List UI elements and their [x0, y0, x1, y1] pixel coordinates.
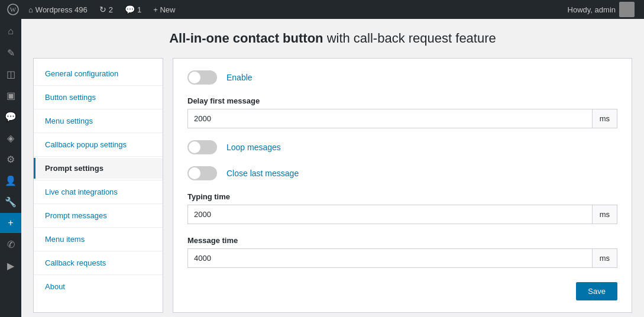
comments-link[interactable]: 💬 1: [120, 0, 146, 19]
wp-logo[interactable]: W: [5, 0, 21, 19]
typing-time-unit: ms: [592, 205, 617, 224]
updates-icon: ↻: [99, 5, 106, 14]
sidebar-item-tools[interactable]: ⚙: [0, 149, 21, 169]
loop-messages-row: Loop mesages: [187, 140, 617, 154]
nav-divider-4: [34, 156, 163, 157]
nav-divider-7: [34, 227, 163, 228]
sidebar-item-phone[interactable]: ✆: [0, 234, 21, 254]
nav-button-settings[interactable]: Button settings: [34, 87, 163, 108]
nav-divider-2: [34, 109, 163, 109]
typing-time-group: Typing time ms: [187, 192, 617, 224]
new-content-link[interactable]: + New: [148, 0, 180, 19]
enable-row: Enable: [187, 70, 617, 85]
sidebar-item-media[interactable]: ◫: [0, 64, 21, 84]
enable-toggle-knob: [189, 72, 200, 83]
close-last-message-toggle[interactable]: [187, 166, 217, 180]
sidebar-item-pages[interactable]: ▣: [0, 85, 21, 105]
message-time-input-row: ms: [187, 248, 617, 268]
loop-messages-label: Loop mesages: [226, 143, 281, 152]
svg-text:W: W: [10, 6, 17, 13]
delay-first-message-input[interactable]: [188, 109, 592, 128]
delay-first-message-label: Delay first message: [187, 96, 617, 105]
typing-time-input[interactable]: [188, 205, 592, 224]
delay-first-message-group: Delay first message ms: [187, 96, 617, 128]
user-avatar: [619, 2, 635, 17]
enable-toggle[interactable]: [187, 70, 217, 85]
page-title: All-in-one contact button with call-back…: [33, 31, 632, 46]
nav-callback-requests[interactable]: Callback requests: [34, 253, 163, 273]
main-content: All-in-one contact button with call-back…: [21, 19, 644, 317]
plugin-nav: General configuration Button settings Me…: [33, 58, 163, 313]
loop-messages-toggle-knob: [189, 141, 200, 153]
sidebar-item-settings[interactable]: 🔧: [0, 192, 21, 212]
save-button[interactable]: Save: [576, 282, 617, 300]
nav-about[interactable]: About: [34, 276, 163, 297]
message-time-group: Message time ms: [187, 236, 617, 268]
message-time-unit: ms: [592, 249, 617, 267]
save-row: Save: [187, 282, 617, 300]
nav-divider-1: [34, 85, 163, 86]
sidebar-item-comments[interactable]: 💬: [0, 106, 21, 127]
sidebar-item-users[interactable]: 👤: [0, 170, 21, 190]
sidebar-item-appearance[interactable]: ◈: [0, 128, 21, 148]
site-name-link[interactable]: ⌂ Wordpress 496: [24, 0, 92, 19]
nav-divider-3: [34, 132, 163, 133]
nav-general-configuration[interactable]: General configuration: [34, 63, 163, 84]
sidebar-item-posts[interactable]: ✎: [0, 43, 21, 63]
nav-live-chat-integrations[interactable]: Live chat integrations: [34, 182, 163, 202]
settings-panel: Enable Delay first message ms Loop mesag…: [173, 58, 632, 313]
nav-divider-5: [34, 180, 163, 180]
typing-time-input-row: ms: [187, 205, 617, 224]
close-last-message-row: Close last message: [187, 166, 617, 180]
sidebar-item-plugin[interactable]: +: [0, 213, 21, 233]
nav-divider-6: [34, 203, 163, 204]
howdy-user[interactable]: Howdy, admin: [563, 2, 639, 17]
message-time-label: Message time: [187, 236, 617, 245]
delay-first-message-unit: ms: [592, 109, 617, 128]
nav-menu-items[interactable]: Menu items: [34, 229, 163, 250]
delay-first-message-input-row: ms: [187, 109, 617, 128]
nav-menu-settings[interactable]: Menu settings: [34, 111, 163, 131]
loop-messages-toggle[interactable]: [187, 140, 217, 154]
close-last-message-label: Close last message: [226, 169, 299, 178]
close-last-message-toggle-knob: [189, 167, 200, 179]
message-time-input[interactable]: [188, 249, 592, 267]
comments-icon: 💬: [125, 5, 135, 14]
nav-divider-9: [34, 274, 163, 275]
home-icon: ⌂: [28, 5, 33, 14]
nav-prompt-settings[interactable]: Prompt settings: [34, 158, 163, 179]
nav-divider-8: [34, 251, 163, 251]
admin-sidebar: ⌂ ✎ ◫ ▣ 💬 ◈ ⚙ 👤 🔧 + ✆ ▶: [0, 19, 21, 317]
nav-callback-popup-settings[interactable]: Callback popup settings: [34, 134, 163, 155]
nav-prompt-messages[interactable]: Prompt messages: [34, 205, 163, 226]
typing-time-label: Typing time: [187, 192, 617, 201]
sidebar-item-play[interactable]: ▶: [0, 255, 21, 276]
admin-bar: W ⌂ Wordpress 496 ↻ 2 💬 1 + New Howdy, a…: [0, 0, 644, 19]
updates-link[interactable]: ↻ 2: [95, 0, 118, 19]
enable-label: Enable: [226, 73, 253, 82]
sidebar-item-dashboard[interactable]: ⌂: [0, 21, 21, 41]
plugin-layout: General configuration Button settings Me…: [33, 58, 632, 313]
